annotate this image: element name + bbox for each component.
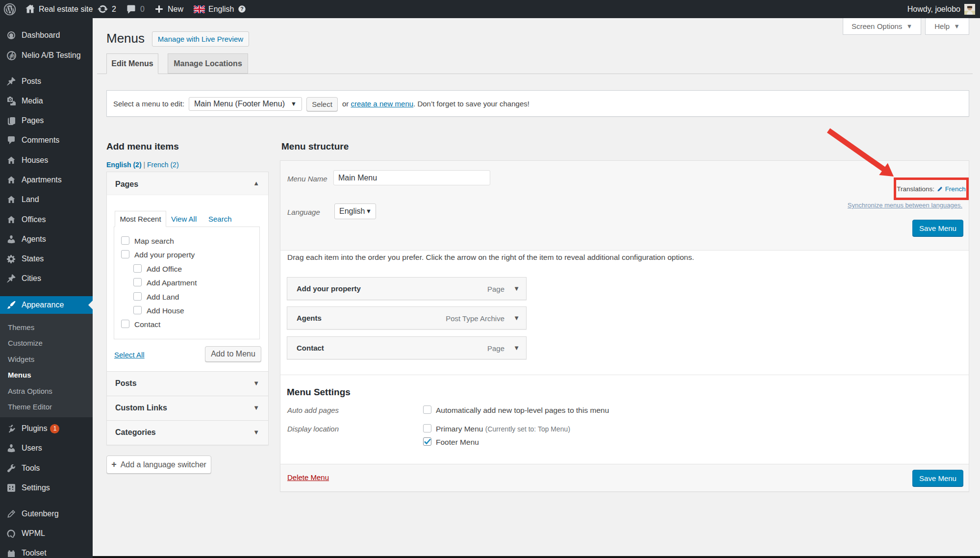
svg-text:?: ? <box>241 6 244 12</box>
svg-text:B: B <box>12 53 15 58</box>
